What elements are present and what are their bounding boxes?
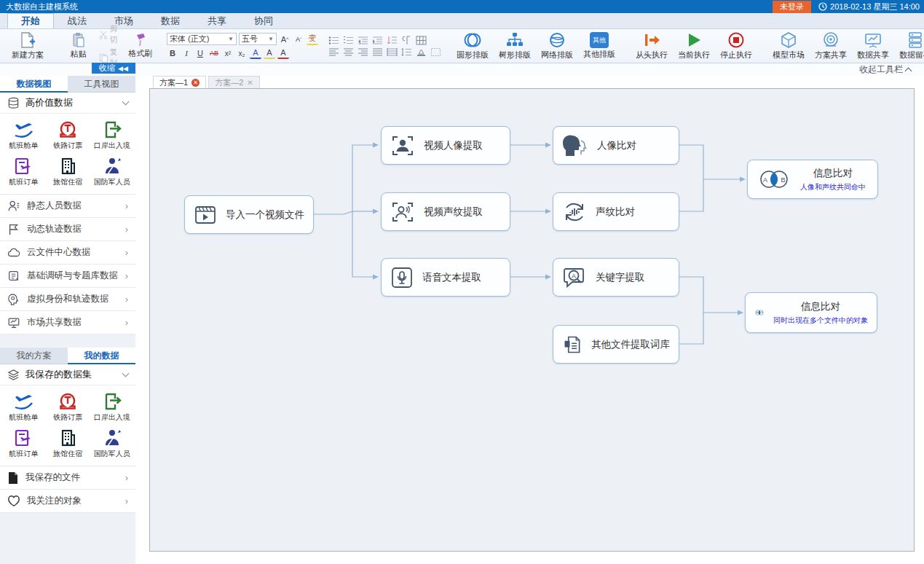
keyword-search-icon: A <box>562 266 587 289</box>
node-info-compare-2[interactable]: AB 信息比对 同时出现在多个文件中的对象 <box>745 292 877 333</box>
dataset-port-entry-exit[interactable]: 口岸出入境 <box>90 388 134 425</box>
dataset-railway-ticket[interactable]: 铁路订票 <box>46 388 90 425</box>
category-market-shared-data[interactable]: 市场共享数据› <box>0 311 135 334</box>
text-effects-button[interactable]: A <box>250 47 261 59</box>
dataset-railway-ticket[interactable]: 铁路订票 <box>46 117 90 153</box>
run-current-button[interactable]: 当前执行 <box>673 31 715 61</box>
align-left-icon[interactable] <box>328 47 339 57</box>
node-keyword-extract[interactable]: A 关键字提取 <box>553 258 679 297</box>
dataset-flight-manifest[interactable]: 航班舱单 <box>1 388 46 425</box>
tab-my-data[interactable]: 我的数据 <box>68 348 135 364</box>
format-painter-button[interactable]: 格式刷 <box>125 31 157 61</box>
tab-data-view[interactable]: 数据视图 <box>0 76 68 93</box>
section-my-saved-datasets[interactable]: 我保存的数据集 <box>0 364 135 385</box>
numbered-list-icon[interactable] <box>343 36 354 45</box>
node-info-compare-1[interactable]: AB 信息比对 人像和声纹共同命中 <box>747 160 878 199</box>
category-cloud-file-center[interactable]: 云文件中心数据› <box>0 241 135 265</box>
node-voiceprint-compare[interactable]: 声纹比对 <box>553 192 679 231</box>
dataset-flight-manifest[interactable]: 航班舱单 <box>1 117 46 153</box>
stop-exec-button[interactable]: 停止执行 <box>715 31 757 61</box>
shrink-font-button[interactable]: Aˇ <box>293 34 304 45</box>
category-virtual-identity[interactable]: 虚拟身份和轨迹数据› <box>0 288 135 311</box>
tab-home[interactable]: 开始 <box>7 13 54 28</box>
font-size-select[interactable]: 五号▼ <box>239 33 277 45</box>
collapse-toolbar-button[interactable]: 收起工具栏 <box>859 63 911 76</box>
tab-collab[interactable]: 协同 <box>240 13 287 28</box>
category-basic-research[interactable]: 基础调研与专题库数据› <box>0 265 135 288</box>
network-layout-button[interactable]: 网络排版 <box>536 31 578 61</box>
paste-button[interactable]: 粘贴 <box>59 31 98 61</box>
flowchart-canvas[interactable]: 导入一个视频文件 视频人像提取 视频声纹提取 语音文本提取 人像比对 声纹比对 <box>149 88 915 552</box>
venn-b-label: B <box>781 176 785 184</box>
node-video-face-extract[interactable]: 视频人像提取 <box>381 126 510 165</box>
my-saved-files[interactable]: 我保存的文件› <box>0 466 135 490</box>
increase-indent-icon[interactable] <box>372 36 383 45</box>
align-center-icon[interactable] <box>343 47 354 57</box>
app-title: 大数据自主建模系统 <box>6 1 78 12</box>
run-from-start-button[interactable]: 从头执行 <box>631 31 673 61</box>
subscript-button[interactable]: x₂ <box>236 47 248 59</box>
dataset-hotel-stay[interactable]: 旅馆住宿 <box>46 153 90 189</box>
plan-tab-2[interactable]: 方案—2 ✕ <box>208 76 260 88</box>
bullet-list-icon[interactable] <box>328 36 339 45</box>
dataset-military-personnel[interactable]: 国防军人员 <box>90 425 134 461</box>
run-current-label: 当前执行 <box>678 50 710 60</box>
close-tab-icon[interactable]: ✕ <box>247 79 253 87</box>
node-video-voiceprint-extract[interactable]: 视频声纹提取 <box>381 192 510 231</box>
circle-layout-button[interactable]: 圆形排版 <box>451 31 494 61</box>
close-tab-icon[interactable]: ✕ <box>191 79 200 87</box>
sort-icon[interactable] <box>387 36 398 45</box>
distribute-icon[interactable] <box>387 47 398 57</box>
dataset-flight-order[interactable]: 航班订单 <box>1 425 46 461</box>
dataset-hotel-stay[interactable]: 旅馆住宿 <box>46 425 90 461</box>
plan-share-button[interactable]: 方案共享 <box>810 31 852 61</box>
tree-layout-button[interactable]: 树形排版 <box>494 31 536 61</box>
grow-font-button[interactable]: A^ <box>279 34 291 45</box>
model-market-button[interactable]: 模型市场 <box>767 31 810 61</box>
font-name-select[interactable]: 宋体 (正文)▼ <box>167 33 237 45</box>
tab-share[interactable]: 共享 <box>194 13 240 28</box>
border-icon[interactable] <box>430 47 441 57</box>
font-color-button[interactable]: A <box>277 47 289 59</box>
paste-label: 粘贴 <box>71 49 87 60</box>
tab-data[interactable]: 数据 <box>147 13 194 28</box>
table-icon[interactable] <box>416 36 427 45</box>
line-spacing-icon[interactable] <box>401 47 412 57</box>
dataset-flight-order[interactable]: 航班订单 <box>1 153 46 189</box>
virtual-head-icon <box>7 293 20 306</box>
superscript-button[interactable]: x² <box>222 47 234 59</box>
bold-button[interactable]: B <box>167 47 178 59</box>
tab-my-plans[interactable]: 我的方案 <box>0 348 68 364</box>
tab-tool-view[interactable]: 工具视图 <box>68 76 135 93</box>
highlight-button[interactable]: A <box>264 47 275 59</box>
node-speech-text-extract[interactable]: 语音文本提取 <box>381 258 510 297</box>
chevron-down-icon <box>122 98 130 106</box>
decrease-indent-icon[interactable] <box>358 36 368 45</box>
login-status-badge[interactable]: 未登录 <box>773 1 811 13</box>
other-layout-button[interactable]: 其他 其他排版 <box>578 31 620 61</box>
data-share-button[interactable]: 数据共享 <box>852 31 894 61</box>
dataset-military-personnel[interactable]: 国防军人员 <box>90 153 134 189</box>
align-right-icon[interactable] <box>358 47 368 57</box>
dataset-port-entry-exit[interactable]: 口岸出入境 <box>90 117 134 153</box>
node-face-compare[interactable]: 人像比对 <box>553 126 679 165</box>
my-followed-objects[interactable]: 我关注的对象› <box>0 490 135 513</box>
strikethrough-button[interactable]: AB <box>208 47 220 59</box>
show-marks-icon[interactable] <box>401 36 412 45</box>
justify-icon[interactable] <box>372 47 383 57</box>
underline-button[interactable]: U <box>194 47 206 59</box>
category-dynamic-trajectory[interactable]: 动态轨迹数据› <box>0 218 135 241</box>
new-plan-button[interactable]: 新建方案 <box>7 31 49 61</box>
italic-button[interactable]: I <box>181 47 192 59</box>
category-static-personnel[interactable]: 静态人员数据› <box>0 195 135 218</box>
plan-tab-1[interactable]: 方案—1 ✕ <box>153 76 206 88</box>
tab-tactics[interactable]: 战法 <box>54 13 100 28</box>
phonetic-guide-button[interactable]: 变 <box>307 34 318 45</box>
shading-icon[interactable] <box>416 47 427 57</box>
node-import-video-file[interactable]: 导入一个视频文件 <box>184 195 314 234</box>
section-high-value-data[interactable]: 高价值数据 <box>0 93 135 114</box>
run-from-start-label: 从头执行 <box>636 50 668 60</box>
node-other-files-lexicon[interactable]: 其他文件提取词库 <box>553 325 679 364</box>
sidebar-shrink-button[interactable]: 收缩 ◀◀ <box>92 63 135 74</box>
data-retention-button[interactable]: 数据留存 <box>894 31 924 61</box>
